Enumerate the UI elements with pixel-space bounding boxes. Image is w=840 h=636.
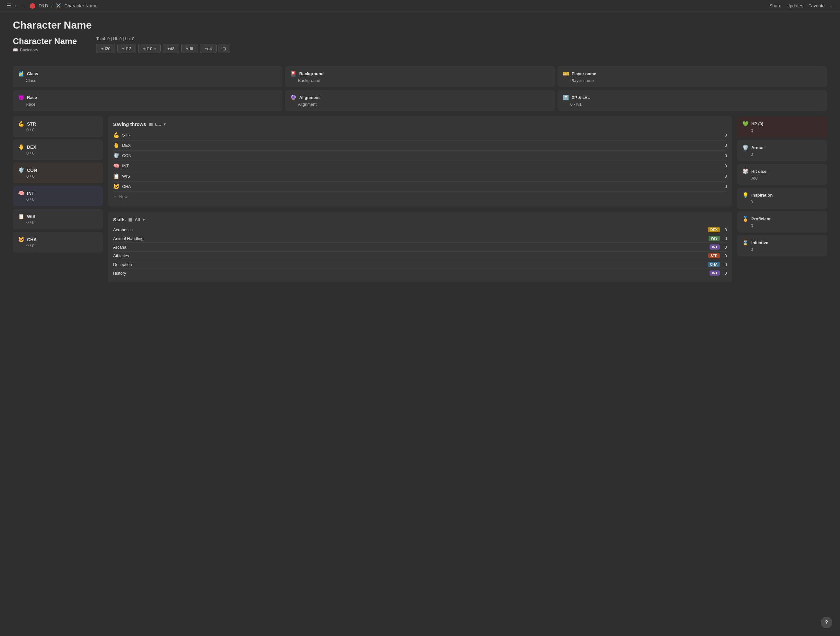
skill-right-animal-handling: WIS 0 [709, 236, 727, 241]
right-label-initiative: ⌛ Initiative [742, 239, 822, 246]
info-label-xp: ⬆️ XP & LVL [563, 94, 822, 101]
saving-throws-table-icon[interactable]: ▦ [149, 122, 153, 127]
proficient-icon: 🏅 [742, 216, 749, 222]
stat-label-int: 🧠 INT [18, 190, 98, 196]
skills-section: Skills ▦ All ▾ Acrobatics DEX 0 [108, 212, 732, 282]
back-arrow-icon[interactable]: ← [14, 3, 19, 8]
info-value-alignment: Alignment [290, 102, 549, 107]
help-button[interactable]: ? [821, 617, 832, 628]
skill-right-history: INT 0 [709, 271, 727, 275]
skill-tag-history: INT [709, 271, 720, 275]
stat-value-cha: 0 / 0 [18, 243, 98, 248]
stat-value-dex: 0 / 0 [18, 151, 98, 156]
topnav: ☰ ← → ⬤ D&D / ⚔️ Character Name Share Up… [0, 0, 840, 11]
dice-clear-button[interactable]: 🗑 [218, 44, 230, 54]
skills-dropdown-icon[interactable]: ▾ [143, 217, 145, 222]
stat-card-con[interactable]: 🛡️ CON 0 / 0 [13, 162, 103, 183]
xp-icon: ⬆️ [563, 94, 569, 101]
stat-card-cha[interactable]: 🐱 CHA 0 / 0 [13, 232, 103, 252]
skill-row-deception[interactable]: Deception CHA 0 [113, 260, 727, 269]
hp-icon: 💚 [742, 121, 749, 127]
add-new-throw-button[interactable]: ＋ New [113, 192, 727, 202]
forward-arrow-icon[interactable]: → [22, 3, 26, 8]
skill-row-athletics[interactable]: Athletics STR 0 [113, 252, 727, 260]
info-card-xp[interactable]: ⬆️ XP & LVL 0 - lv1 [557, 90, 827, 111]
skill-val-athletics: 0 [723, 253, 727, 258]
right-card-hp[interactable]: 💚 HP (0) 0 [737, 116, 827, 137]
more-button[interactable]: ··· [830, 3, 834, 8]
armor-icon: 🛡️ [742, 145, 749, 151]
skills-header: Skills ▦ All ▾ [113, 217, 727, 222]
dice-d8-button[interactable]: +d8 [163, 44, 179, 54]
skill-row-arcana[interactable]: Arcana INT 0 [113, 243, 727, 252]
info-cards-row2: 😈 Race Race 🔮 Alignment Alignment ⬆️ XP … [13, 90, 827, 111]
throw-row-wis[interactable]: 📋 WIS 0 [113, 171, 727, 181]
throw-row-con[interactable]: 🛡️ CON 0 [113, 151, 727, 161]
nav-separator: / [51, 3, 53, 8]
dice-d6-button[interactable]: +d6 [181, 44, 198, 54]
skills-table-icon[interactable]: ▦ [128, 217, 132, 222]
stat-card-str[interactable]: 💪 STR 0 / 0 [13, 116, 103, 137]
right-value-initiative: 0 [742, 247, 822, 252]
stat-cards: 💪 STR 0 / 0 🤚 DEX 0 / 0 🛡️ CON 0 / 0 [13, 116, 103, 282]
stat-value-wis: 0 / 0 [18, 220, 98, 225]
right-card-proficient[interactable]: 🏅 Proficient 0 [737, 211, 827, 233]
skill-right-athletics: STR 0 [708, 253, 727, 258]
info-label-background: 🎴 Background [290, 71, 549, 77]
right-card-armor[interactable]: 🛡️ Armor 0 [737, 140, 827, 161]
add-icon: ＋ [113, 194, 117, 200]
throw-value-str: 0 [725, 133, 727, 137]
info-card-race[interactable]: 😈 Race Race [13, 90, 283, 111]
right-card-inspiration[interactable]: 💡 Inspiration 0 [737, 187, 827, 209]
stat-card-wis[interactable]: 📋 WIS 0 / 0 [13, 209, 103, 229]
throw-row-str[interactable]: 💪 STR 0 [113, 130, 727, 140]
info-card-alignment[interactable]: 🔮 Alignment Alignment [285, 90, 555, 111]
updates-button[interactable]: Updates [787, 3, 804, 8]
saving-throws-dropdown-icon[interactable]: ▾ [164, 122, 166, 127]
right-card-hit-dice[interactable]: 🎲 Hit dice 0d0 [737, 164, 827, 185]
favorite-button[interactable]: Favorite [808, 3, 825, 8]
backstory-link[interactable]: 📖 Backstory [13, 47, 77, 52]
topnav-left: ☰ ← → ⬤ D&D / ⚔️ Character Name [6, 3, 97, 9]
topnav-right: Share Updates Favorite ··· [769, 3, 834, 8]
dex-icon: 🤚 [18, 144, 24, 150]
right-value-hit-dice: 0d0 [742, 176, 822, 181]
saving-throws-label: Saving throws [113, 121, 146, 127]
dice-d10-button[interactable]: +d10 ▾ [138, 44, 161, 54]
backstory-label: Backstory [20, 47, 38, 52]
middle-col: Saving throws ▦ L... ▾ 💪 STR 0 🤚 DEX [108, 116, 732, 282]
race-icon: 😈 [18, 94, 24, 101]
info-value-player: Player name [563, 78, 822, 83]
stat-card-int[interactable]: 🧠 INT 0 / 0 [13, 186, 103, 206]
share-button[interactable]: Share [769, 3, 781, 8]
dice-d4-button[interactable]: +d4 [200, 44, 216, 54]
right-card-initiative[interactable]: ⌛ Initiative 0 [737, 235, 827, 256]
stat-value-str: 0 / 0 [18, 128, 98, 132]
stat-label-con: 🛡️ CON [18, 167, 98, 173]
throw-value-cha: 0 [725, 184, 727, 189]
throw-row-dex[interactable]: 🤚 DEX 0 [113, 140, 727, 151]
skill-name-deception: Deception [113, 262, 132, 267]
stat-label-cha: 🐱 CHA [18, 236, 98, 242]
skill-row-history[interactable]: History INT 0 [113, 269, 727, 277]
right-col: 💚 HP (0) 0 🛡️ Armor 0 🎲 Hit dice 0d0 [737, 116, 827, 282]
throw-row-cha[interactable]: 🐱 CHA 0 [113, 181, 727, 192]
info-card-player[interactable]: 🎫 Player name Player name [557, 66, 827, 87]
info-card-class[interactable]: 🎽 Class Class [13, 66, 283, 87]
skill-tag-athletics: STR [708, 253, 720, 258]
page-nav-name: Character Name [64, 3, 97, 8]
dice-d12-button[interactable]: +d12 [117, 44, 136, 54]
skill-row-acrobatics[interactable]: Acrobatics DEX 0 [113, 225, 727, 234]
skill-name-athletics: Athletics [113, 253, 129, 258]
throw-row-int[interactable]: 🧠 INT 0 [113, 161, 727, 171]
hamburger-icon[interactable]: ☰ [6, 3, 11, 9]
saving-throws-filter-label[interactable]: L... [155, 122, 161, 127]
initiative-icon: ⌛ [742, 239, 749, 246]
skills-filter-label[interactable]: All [135, 217, 140, 222]
throw-name-cha: 🐱 CHA [113, 183, 131, 189]
skill-row-animal-handling[interactable]: Animal Handling WIS 0 [113, 234, 727, 243]
stat-card-dex[interactable]: 🤚 DEX 0 / 0 [13, 139, 103, 160]
wis-icon: 📋 [18, 213, 24, 219]
dice-d20-button[interactable]: +d20 [96, 44, 115, 54]
info-card-background[interactable]: 🎴 Background Background [285, 66, 555, 87]
